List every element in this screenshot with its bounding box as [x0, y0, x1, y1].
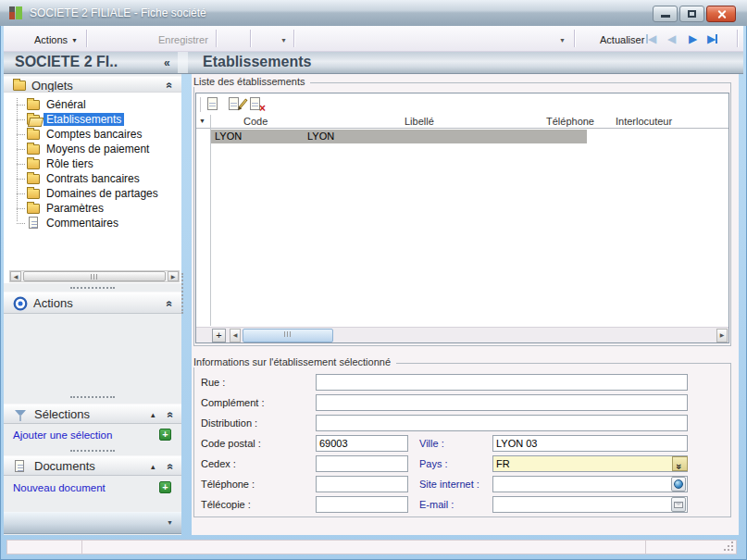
actions-target-icon	[13, 296, 28, 311]
splitter-dots[interactable]	[70, 450, 115, 452]
filter-caret-icon[interactable]: ▼	[559, 37, 566, 44]
rue-label: Rue :	[201, 377, 225, 388]
print-caret-icon[interactable]: ▼	[280, 37, 287, 44]
nav-last-button[interactable]: ▶	[707, 33, 717, 44]
folder-icon	[27, 174, 40, 184]
sidebar-item-etablissements[interactable]: Etablissements	[4, 112, 181, 127]
column-header-libelle[interactable]: Libellé	[405, 116, 434, 127]
column-header-code[interactable]: Code	[243, 116, 268, 127]
actualiser-button[interactable]: Actualiser	[600, 34, 644, 45]
column-header-telephone[interactable]: Téléphone	[546, 116, 594, 127]
sidebar-item-contrats-bancaires[interactable]: Contrats bancaires	[4, 171, 181, 186]
sidebar-horizontal-scrollbar[interactable]: ◀ ▶	[9, 270, 180, 282]
nav-previous-button[interactable]: ◀	[667, 33, 676, 44]
splitter-dots[interactable]	[70, 287, 115, 289]
telecopie-label: Télécopie :	[201, 499, 251, 510]
add-selection-plus-icon[interactable]: +	[159, 429, 171, 441]
email-label: E-mail :	[419, 499, 454, 510]
collapse-caret-icon[interactable]: ▼	[167, 519, 173, 526]
code-postal-field[interactable]	[316, 435, 408, 452]
email-field[interactable]	[492, 496, 688, 513]
telephone-field[interactable]	[316, 476, 408, 492]
sidebar-item-domaines-de-partages[interactable]: Domaines de partages	[4, 186, 181, 201]
table-row-selected[interactable]: LYON LYON	[211, 130, 587, 143]
splitter-dots[interactable]	[70, 396, 115, 398]
folder-icon	[27, 159, 40, 169]
sidebar-title: SOCIETE 2 FI..	[15, 54, 118, 70]
minimize-button[interactable]	[653, 6, 678, 22]
list-edit-button[interactable]	[227, 97, 243, 113]
ville-label: Ville :	[419, 438, 444, 449]
actions-section-label: Actions	[33, 296, 73, 310]
cedex-field[interactable]	[316, 455, 408, 472]
rue-field[interactable]	[316, 374, 688, 391]
add-selection-link[interactable]: Ajouter une sélection	[13, 429, 112, 441]
telephone-label: Téléphone :	[201, 479, 255, 490]
resize-grip[interactable]	[731, 549, 733, 551]
row-selector-caret-icon[interactable]: ▼	[199, 118, 205, 124]
list-delete-button[interactable]: ×	[248, 97, 264, 113]
list-header-row[interactable]: ▼ Code Libellé Téléphone Interlocuteur	[196, 115, 728, 129]
add-row-button[interactable]: +	[212, 329, 226, 342]
sidebar-collapse-icon[interactable]: «	[164, 56, 170, 69]
application-window: SOCIETE 2 FILIALE - Fiche société Action…	[0, 0, 747, 560]
sidebar-item-parametres[interactable]: Paramètres	[4, 201, 181, 216]
new-document-link[interactable]: Nouveau document	[13, 482, 106, 493]
nav-last-icon: ▶	[707, 32, 716, 45]
documents-collapse-icon[interactable]: «	[164, 464, 177, 470]
site-internet-field[interactable]	[492, 476, 688, 492]
sidebar-item-general[interactable]: Général	[4, 97, 181, 112]
selections-up-icon[interactable]: ▴	[151, 410, 156, 419]
sidebar-item-moyens-de-paiement[interactable]: Moyens de paiement	[4, 142, 181, 156]
folder-icon	[27, 130, 40, 140]
email-button[interactable]	[671, 497, 686, 512]
onglets-collapse-icon[interactable]: «	[163, 82, 176, 89]
pencil-icon	[238, 98, 247, 108]
sidebar-collapse-bar[interactable]: ▼	[4, 512, 181, 534]
pays-dropdown-button[interactable]: »	[672, 456, 688, 471]
panel-splitter[interactable]	[178, 52, 188, 73]
minimize-icon	[661, 15, 670, 18]
selections-collapse-icon[interactable]: «	[164, 412, 177, 418]
documents-up-icon[interactable]: ▴	[151, 462, 156, 471]
actions-collapse-icon[interactable]: «	[163, 301, 176, 307]
nav-first-button[interactable]: ◀	[646, 33, 656, 44]
vertical-splitter-handle[interactable]	[181, 273, 183, 314]
telecopie-field[interactable]	[316, 496, 408, 513]
documents-section-header[interactable]: Documents ▴ «	[4, 455, 181, 476]
list-scroll-left-icon[interactable]: ◀	[230, 329, 241, 342]
selections-filter-icon	[15, 410, 26, 417]
scroll-left-icon[interactable]: ◀	[10, 271, 21, 281]
sidebar-item-commentaires[interactable]: Commentaires	[4, 216, 181, 230]
sidebar-item-comptes-bancaires[interactable]: Comptes bancaires	[4, 127, 181, 142]
main-panel: Liste des établissements × ▼ Code Libell…	[192, 74, 739, 535]
actions-caret-icon[interactable]: ▼	[71, 37, 78, 44]
close-button[interactable]	[706, 6, 736, 22]
cell-libelle: LYON	[307, 131, 334, 142]
pays-field[interactable]	[492, 455, 688, 472]
actions-menu-button[interactable]: Actions	[34, 34, 68, 45]
onglets-folder-icon	[13, 81, 26, 91]
actions-section-header[interactable]: Actions «	[4, 292, 181, 314]
site-internet-button[interactable]	[671, 477, 686, 492]
list-scrollbar-thumb[interactable]	[243, 329, 333, 342]
list-new-button[interactable]	[205, 97, 221, 113]
complement-field[interactable]	[316, 394, 688, 411]
nav-first-icon: ◀	[648, 32, 656, 45]
distribution-field[interactable]	[316, 415, 688, 431]
distribution-label: Distribution :	[201, 417, 257, 429]
save-button[interactable]: Enregistrer	[158, 34, 208, 45]
column-header-interlocuteur[interactable]: Interlocuteur	[616, 116, 672, 127]
selections-section-header[interactable]: Sélections ▴ «	[4, 404, 181, 424]
sidebar-item-role-tiers[interactable]: Rôle tiers	[4, 156, 181, 171]
list-scroll-right-icon[interactable]: ▶	[716, 329, 728, 342]
maximize-button[interactable]	[679, 6, 704, 22]
ville-field[interactable]	[492, 435, 688, 452]
onglets-section-header[interactable]: Onglets «	[4, 76, 181, 93]
scroll-right-icon[interactable]: ▶	[168, 271, 179, 281]
nav-next-button[interactable]: ▶	[689, 33, 697, 44]
scrollbar-thumb[interactable]	[23, 271, 166, 281]
title-bar[interactable]: SOCIETE 2 FILIALE - Fiche société	[0, 0, 747, 26]
status-cell-3	[646, 541, 736, 554]
new-document-plus-icon[interactable]: +	[159, 481, 171, 493]
